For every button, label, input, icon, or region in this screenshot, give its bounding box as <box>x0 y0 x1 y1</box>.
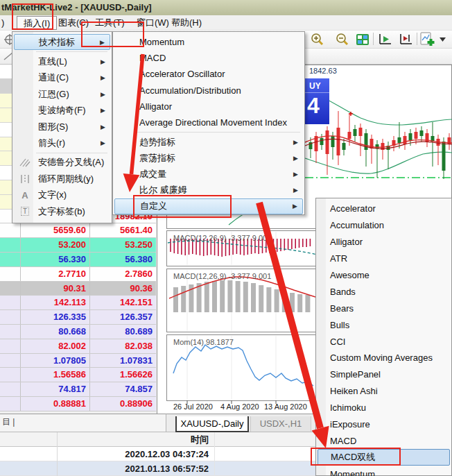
menu-item-macd[interactable]: MACD <box>114 50 303 66</box>
menu-item-cci[interactable]: CCI <box>318 333 450 350</box>
bid-cell: 74.817 <box>21 382 90 396</box>
menu-item-custom[interactable]: 自定义▶ <box>114 198 303 214</box>
menu-item-text[interactable]: A文字(x) <box>14 187 110 203</box>
menu-item-trend-indicators[interactable]: 趋势指标▶ <box>114 134 303 150</box>
market-watch-row[interactable]: 74.81774.857 <box>0 382 156 397</box>
market-watch-row[interactable]: 53.20053.250 <box>0 238 156 253</box>
menu-item-accumulation[interactable]: Accumulation <box>318 217 450 234</box>
menu-separator <box>36 153 107 153</box>
menu-item-macd-double-line[interactable]: MACD双线 <box>318 449 450 466</box>
symbol-cell <box>0 267 21 281</box>
menu-item-accelerator-oscillator[interactable]: Accelerator Oscillator <box>114 66 303 82</box>
market-watch-row[interactable]: 0.888810.88906 <box>0 397 156 411</box>
menu-item-alligator[interactable]: Alligator <box>318 234 450 250</box>
menu-item-volumes[interactable]: 成交量▶ <box>114 167 303 182</box>
market-watch-row[interactable]: 82.00282.038 <box>0 339 156 354</box>
menu-item-label: 箭头(r) <box>38 137 65 149</box>
tab-usdx-h1[interactable]: USDX-,H1 <box>250 416 311 432</box>
menu-item-atr[interactable]: ATR <box>318 250 450 267</box>
menu-item-ichimoku[interactable]: Ichimoku <box>318 400 450 416</box>
market-watch-row[interactable]: 80.66880.689 <box>0 325 156 339</box>
menu-item-label: 技术指标 <box>39 36 75 49</box>
menu-item-bill-williams[interactable]: 比尔 威廉姆▶ <box>114 182 303 198</box>
cycle-lines-icon <box>19 173 31 185</box>
menu-item-label: Alligator <box>330 237 363 247</box>
technical-indicators-submenu: MomentumMACDAccelerator OscillatorAccumu… <box>112 31 305 215</box>
submenu-arrow-icon: ▶ <box>100 39 105 46</box>
menu-item-arrows[interactable]: 箭头(r)▶ <box>14 135 110 151</box>
market-watch-footer[interactable]: 目 | <box>0 414 166 432</box>
menu-item-macd[interactable]: MACD <box>318 432 450 449</box>
market-watch-row[interactable]: 56.33056.380 <box>0 253 156 267</box>
tile-windows-icon[interactable] <box>354 32 371 47</box>
menu-item-andrews-pitchfork[interactable]: 安德鲁分叉线(A) <box>14 155 110 171</box>
menubar-item-tools[interactable]: 工具(T) <box>89 16 131 30</box>
dropdown-caret-icon[interactable] <box>438 32 446 47</box>
menu-item-lines[interactable]: 直线(L)▶ <box>14 53 110 69</box>
toolbar-separator <box>373 33 374 45</box>
menu-item-iexposure[interactable]: iExposure <box>318 416 450 433</box>
symbol-cell <box>0 282 21 296</box>
market-watch-row[interactable]: 90.3190.36 <box>0 282 156 296</box>
clipped-menu-item[interactable]: ) <box>1 16 4 30</box>
menu-item-heiken-ashi[interactable]: Heiken Ashi <box>318 383 450 400</box>
menu-item-momentum[interactable]: Momentum <box>318 466 450 476</box>
market-watch-row[interactable]: 1.565861.56626 <box>0 368 156 382</box>
buy-button[interactable]: UY 4 <box>305 78 329 124</box>
zoom-in-icon[interactable] <box>309 32 326 47</box>
add-indicator-icon[interactable] <box>419 32 436 47</box>
menu-item-cycle-lines[interactable]: 循环周期线(y) <box>14 171 110 187</box>
x-axis-tick-2: 4 Aug 2020 <box>220 402 259 411</box>
menu-item-label: 图形(S) <box>38 121 68 133</box>
menu-item-shapes[interactable]: 图形(S)▶ <box>14 119 110 135</box>
market-watch-row[interactable]: 126.335126.357 <box>0 310 156 325</box>
auto-scroll-icon[interactable] <box>376 32 393 47</box>
menu-item-fibonacci[interactable]: 斐波纳奇(F)▶ <box>14 103 110 119</box>
bid-cell: 90.31 <box>21 282 90 296</box>
menubar-item-help[interactable]: 帮助(H) <box>165 16 208 30</box>
symbol-cell <box>0 339 21 353</box>
menu-item-average-directional-movement-index[interactable]: Average Directional Movement Index <box>114 114 303 130</box>
market-watch-row[interactable]: 1.078051.07831 <box>0 354 156 368</box>
zoom-out-icon[interactable] <box>334 32 351 47</box>
menu-item-custom-moving-averages[interactable]: Custom Moving Averages <box>318 350 450 366</box>
market-watch-row[interactable]: 2.77102.7860 <box>0 267 156 282</box>
application-window: tMarketHK-Live2 - [XAUUSD-,Daily] ) 插入(I… <box>0 0 452 476</box>
menu-item-oscillator-indicators[interactable]: 震荡指标▶ <box>114 150 303 166</box>
menu-item-label: 江恩(G) <box>38 88 69 101</box>
menu-item-momentum[interactable]: Momentum <box>114 34 303 50</box>
symbol-cell <box>0 368 21 382</box>
menu-item-channels[interactable]: 通道(C)▶ <box>14 70 110 86</box>
menu-item-label: Accumulation <box>330 220 384 230</box>
menu-item-alligator[interactable]: Alligator <box>114 99 303 114</box>
tab-xauusd-daily[interactable]: XAUUSD-,Daily <box>175 416 249 432</box>
chart-shift-icon[interactable] <box>397 32 414 47</box>
menubar-item-insert[interactable]: 插入(I) <box>17 16 57 30</box>
ask-cell: 56.380 <box>90 253 156 266</box>
market-watch-row[interactable]: 142.113142.151 <box>0 296 156 310</box>
menu-item-label: Bands <box>330 287 356 297</box>
menu-item-bands[interactable]: Bands <box>318 283 450 300</box>
market-watch-row[interactable]: 5659.605661.40 <box>0 223 156 238</box>
ask-cell: 80.689 <box>90 325 156 339</box>
symbol-cell <box>0 296 21 309</box>
symbol-cell <box>0 238 21 252</box>
symbol-cell <box>0 310 21 324</box>
ask-cell: 82.038 <box>90 339 156 353</box>
menu-item-text-label[interactable]: T文字标签(b) <box>14 203 110 219</box>
menu-item-awesome[interactable]: Awesome <box>318 267 450 284</box>
menu-item-accumulation-distribution[interactable]: Accumulation/Distribution <box>114 83 303 99</box>
symbol-cell <box>0 223 21 237</box>
menu-item-simplepanel[interactable]: SimplePanel <box>318 366 450 383</box>
ask-cell: 2.7860 <box>90 267 156 281</box>
menu-item-label: Average Directional Movement Index <box>139 117 287 128</box>
menu-item-technical-indicators[interactable]: 技术指标▶ <box>14 34 110 50</box>
menu-item-label: iExposure <box>330 419 370 430</box>
menu-item-accelerator[interactable]: Accelerator <box>318 201 450 217</box>
menu-item-gann[interactable]: 江恩(G)▶ <box>14 86 110 102</box>
partial-toolbar-icon[interactable] <box>447 32 452 47</box>
menu-item-bulls[interactable]: Bulls <box>318 316 450 333</box>
time-cell: 2020.12.03 04:37:24 <box>57 447 215 462</box>
menu-item-bears[interactable]: Bears <box>318 300 450 316</box>
menu-bar: ) 插入(I)图表(C)工具(T)窗口(W)帮助(H) <box>0 15 452 31</box>
